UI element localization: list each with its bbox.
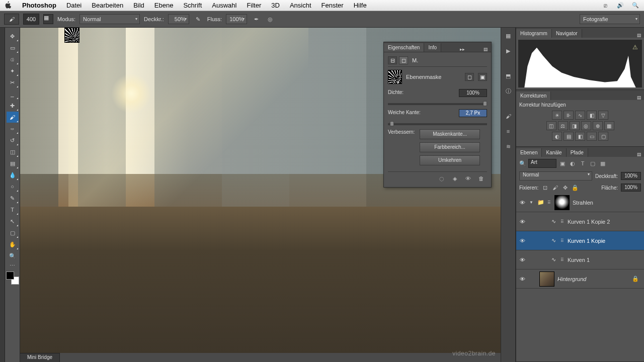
color-range-button[interactable]: Farbbereich... — [420, 142, 480, 152]
panel-menu-icon[interactable]: ▤ — [636, 95, 644, 100]
vector-mask-button[interactable]: ▣ — [478, 73, 487, 81]
layer-name[interactable]: Kurven 1 Kopie — [568, 238, 605, 244]
eraser-tool[interactable]: ◫ — [7, 146, 19, 157]
hand-tool[interactable]: ✋ — [7, 239, 19, 250]
menu-app[interactable]: Photoshop — [17, 0, 61, 11]
shape-tool[interactable]: ▢ — [7, 227, 19, 238]
layer-name[interactable]: Kurven 1 Kopie 2 — [568, 219, 610, 225]
panel-menu-icon[interactable]: ▤ — [636, 33, 644, 38]
adj-photofilter[interactable]: ◎ — [581, 121, 591, 130]
mid-icon-2[interactable]: ▶ — [503, 46, 513, 56]
lock-all-icon[interactable]: 🔒 — [572, 184, 579, 191]
mask-mode-icon[interactable]: ⋯ — [7, 262, 19, 269]
adj-threshold[interactable]: ◧ — [575, 132, 585, 141]
adj-invert[interactable]: ◐ — [552, 132, 562, 141]
display-icon[interactable]: ⎚ — [601, 2, 610, 10]
mid-icon-6[interactable]: ≡ — [503, 126, 513, 136]
layer-name[interactable]: Hintergrund — [557, 276, 586, 282]
panel-menu-icon[interactable]: ▤ — [483, 47, 491, 52]
layer-row-group[interactable]: 👁 ▼ 📁 ⠿ Strahlen — [516, 193, 644, 212]
zoom-tool[interactable]: 🔍 — [7, 250, 19, 261]
filter-adj-icon[interactable]: ◐ — [569, 159, 577, 167]
layer-thumbnail[interactable] — [539, 272, 554, 287]
move-tool[interactable]: ✥ — [7, 31, 19, 42]
visibility-icon[interactable]: 👁 — [518, 257, 526, 263]
apply-mask-icon[interactable]: ◈ — [451, 175, 459, 182]
menu-fenster[interactable]: Fenster — [316, 0, 349, 11]
layer-row[interactable]: 👁 ∿ ⠿ Kurven 1 — [516, 250, 644, 269]
tab-pfade[interactable]: Pfade — [567, 148, 588, 157]
type-tool[interactable]: T — [7, 204, 19, 215]
layer-name[interactable]: Kurven 1 — [568, 257, 590, 263]
visibility-icon[interactable]: 👁 — [518, 238, 526, 244]
crop-tool[interactable]: ✂ — [7, 77, 19, 88]
filter-shape-icon[interactable]: ▢ — [589, 159, 597, 167]
flow-dropdown[interactable]: 100% — [226, 14, 247, 24]
feather-slider[interactable] — [388, 123, 487, 125]
expand-icon[interactable]: ▼ — [529, 200, 534, 205]
blend-mode-dropdown[interactable]: Normal — [79, 14, 140, 24]
visibility-icon[interactable]: 👁 — [518, 219, 526, 225]
adj-bw[interactable]: ◨ — [570, 121, 580, 130]
marquee-tool[interactable]: ▭ — [7, 42, 19, 53]
adj-posterize[interactable]: ▤ — [564, 132, 574, 141]
layer-filter-dropdown[interactable]: Art — [528, 159, 556, 168]
tab-histogramm[interactable]: Histogramm — [516, 29, 552, 38]
menu-bearbeiten[interactable]: Bearbeiten — [87, 0, 128, 11]
menu-filter[interactable]: Filter — [242, 0, 266, 11]
tab-info[interactable]: Info — [424, 43, 441, 52]
mask-thumbnail[interactable] — [554, 195, 570, 210]
layer-row[interactable]: 👁 ∿ ⠿ Kurven 1 Kopie — [516, 231, 644, 250]
path-select-tool[interactable]: ↖ — [7, 216, 19, 227]
blur-tool[interactable]: 💧 — [7, 169, 19, 180]
adj-vibrance[interactable]: ▽ — [598, 111, 608, 120]
volume-icon[interactable]: 🔊 — [616, 2, 625, 10]
pen-tool[interactable]: ✎ — [7, 193, 19, 204]
opacity-pressure-icon[interactable]: ✎ — [193, 14, 203, 24]
mini-bridge-tab[interactable]: Mini Bridge — [20, 353, 60, 362]
adj-selectivecolor[interactable]: ▢ — [598, 132, 608, 141]
filter-smart-icon[interactable]: ▦ — [599, 159, 607, 167]
mid-icon-5[interactable]: 🖌 — [503, 111, 513, 121]
stamp-tool[interactable]: ⎃ — [7, 123, 19, 134]
tab-korrekturen[interactable]: Korrekturen — [516, 92, 551, 100]
size-pressure-icon[interactable]: ◎ — [265, 14, 275, 24]
brush-panel-toggle-icon[interactable]: ▦ — [43, 14, 53, 24]
history-brush-tool[interactable]: ↺ — [7, 135, 19, 146]
tool-preset-icon[interactable]: 🖌 — [4, 14, 19, 25]
lock-trans-icon[interactable]: ⊡ — [541, 184, 548, 191]
layer-row[interactable]: 👁 ∿ ⠿ Kurven 1 Kopie 2 — [516, 212, 644, 231]
adjustment-mode-icon[interactable]: ⊟ — [388, 56, 397, 64]
mask-edge-button[interactable]: Maskenkante... — [420, 129, 480, 139]
adj-colorbalance[interactable]: ⚖ — [558, 121, 568, 130]
opacity-dropdown[interactable]: 50% — [168, 14, 189, 24]
adj-colorlookup[interactable]: ▦ — [604, 121, 614, 130]
feather-value[interactable]: 2,7 Px — [459, 109, 487, 117]
menu-datei[interactable]: Datei — [61, 0, 87, 11]
visibility-icon[interactable]: 👁 — [518, 276, 526, 282]
menu-auswahl[interactable]: Auswahl — [207, 0, 242, 11]
mid-icon-4[interactable]: ⓘ — [503, 86, 513, 96]
adj-curves[interactable]: ∿ — [575, 111, 585, 120]
brush-size[interactable]: 400 — [23, 14, 39, 25]
layer-name[interactable]: Strahlen — [573, 200, 593, 206]
invert-button[interactable]: Umkehren — [420, 155, 480, 165]
panel-collapse-icon[interactable]: ▸▸ — [457, 47, 468, 52]
brush-tool[interactable]: 🖌 — [7, 112, 19, 123]
mid-icon-1[interactable]: ▦ — [503, 31, 513, 41]
spotlight-icon[interactable]: 🔍 — [631, 2, 640, 10]
filter-type-icon[interactable]: T — [579, 159, 587, 167]
fg-bg-colors[interactable] — [6, 272, 19, 285]
panel-menu-icon[interactable]: ▤ — [636, 152, 644, 157]
pixel-mask-button[interactable]: ◻ — [465, 73, 474, 81]
menu-ebene[interactable]: Ebene — [149, 0, 179, 11]
lasso-tool[interactable]: ⟃ — [7, 54, 19, 65]
density-value[interactable]: 100% — [459, 89, 487, 97]
tab-navigator[interactable]: Navigator — [552, 29, 582, 38]
menu-bild[interactable]: Bild — [128, 0, 149, 11]
histogram-warning-icon[interactable]: ⚠ — [632, 44, 638, 51]
gradient-tool[interactable]: ▤ — [7, 158, 19, 169]
delete-mask-icon[interactable]: 🗑 — [477, 175, 485, 182]
load-selection-icon[interactable]: ◌ — [438, 175, 446, 182]
dodge-tool[interactable]: ○ — [7, 181, 19, 192]
